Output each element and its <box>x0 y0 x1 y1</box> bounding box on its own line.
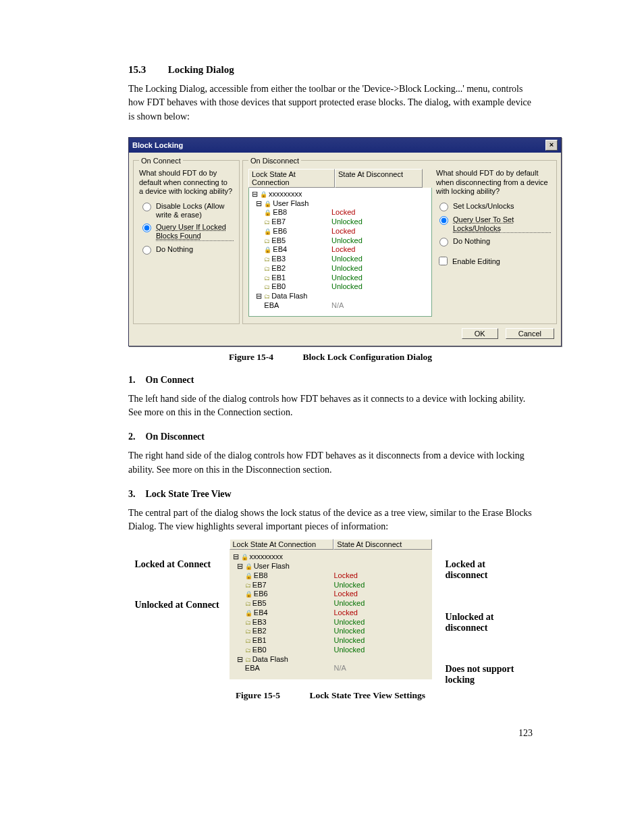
radio-label: Set Locks/Unlocks <box>453 202 514 211</box>
label-unlocked-at-disc: Unlocked at disconnect <box>446 612 520 633</box>
tree-row[interactable]: EB5Unlocked <box>252 236 429 246</box>
tree-root[interactable]: ⊟ xxxxxxxxx <box>252 190 429 199</box>
block-locking-dialog: Block Locking × On Connect What should F… <box>128 137 562 346</box>
section-title-text: Locking Dialog <box>168 64 234 75</box>
on-disconnect-option[interactable]: Do Nothing <box>436 237 551 246</box>
tree-row[interactable]: EB1Unlocked <box>233 636 429 646</box>
figure-2: Locked at Connect Unlocked at Connect Lo… <box>142 539 520 679</box>
fig2-tree-header: Lock State At Connection State At Discon… <box>230 539 432 550</box>
radio-input[interactable] <box>439 238 448 246</box>
on-connect-option[interactable]: Disable Locks (Allow write & erase) <box>139 202 234 219</box>
tree-row[interactable]: EB3Unlocked <box>252 255 429 264</box>
enable-editing-input[interactable] <box>439 257 448 265</box>
tree-row[interactable]: EB4Locked <box>252 245 429 255</box>
fig2-col2: State At Disconnect <box>333 539 431 550</box>
figure-1-text: Block Lock Configuration Dialog <box>302 352 432 362</box>
tree-userflash[interactable]: ⊟ User Flash <box>252 199 429 209</box>
sub-2-text: The right hand side of the dialog contro… <box>128 449 533 477</box>
on-connect-question: What should FDT do by default when conne… <box>139 169 234 197</box>
on-disconnect-group: On Disconnect Lock State At Connection S… <box>242 157 557 324</box>
radio-label: Query User To Set Locks/Unlocks <box>453 215 551 233</box>
on-disconnect-legend: On Disconnect <box>248 157 301 165</box>
on-connect-option[interactable]: Do Nothing <box>139 245 234 255</box>
figure-2-number: Figure 15-5 <box>236 690 280 700</box>
tree-row[interactable]: EB2Unlocked <box>252 264 429 273</box>
tree-header: Lock State At Connection State At Discon… <box>248 169 432 188</box>
radio-input[interactable] <box>142 246 151 255</box>
sub-2-heading: 2. On Disconnect <box>128 432 533 442</box>
label-unlocked-at-connect: Unlocked at Connect <box>135 600 219 610</box>
tree-row[interactable]: EB5Unlocked <box>233 599 429 608</box>
tree-row[interactable]: EB0Unlocked <box>252 282 429 292</box>
cancel-button[interactable]: Cancel <box>506 328 554 339</box>
dialog-title: Block Locking <box>132 141 183 149</box>
tree-row[interactable]: EB7Unlocked <box>252 217 429 227</box>
radio-label: Disable Locks (Allow write & erase) <box>156 202 234 219</box>
lock-tree[interactable]: ⊟ xxxxxxxxx ⊟ User Flash EB8Locked EB7Un… <box>248 188 432 317</box>
col-header-lockstate: Lock State At Connection <box>248 169 335 188</box>
label-locked-at-disc: Locked at disconnect <box>446 559 520 580</box>
close-icon[interactable]: × <box>545 140 558 151</box>
tree-dataflash[interactable]: ⊟ Data Flash <box>233 655 429 664</box>
enable-editing-label: Enable Editing <box>452 257 500 265</box>
tree-row[interactable]: EB0Unlocked <box>233 646 429 655</box>
on-connect-group: On Connect What should FDT do by default… <box>133 157 240 324</box>
sub-1-text: The left hand side of the dialog control… <box>128 392 533 420</box>
ok-button[interactable]: OK <box>462 328 498 339</box>
sub-3-text: The central part of the dialog shows the… <box>128 506 533 534</box>
sub-1-heading: 1. On Connect <box>128 375 533 386</box>
tree-row[interactable]: EB4Locked <box>233 608 429 618</box>
tree-row[interactable]: EB7Unlocked <box>233 581 429 590</box>
figure-1-caption: Figure 15-4 Block Lock Configuration Dia… <box>128 352 533 363</box>
on-connect-option[interactable]: Query User If Locked Blocks Found <box>139 223 234 240</box>
radio-label: Query User If Locked Blocks Found <box>156 223 234 240</box>
tree-row[interactable]: EB2Unlocked <box>233 627 429 636</box>
radio-input[interactable] <box>142 203 151 211</box>
intro-paragraph: The Locking Dialog, accessible from eith… <box>128 82 533 124</box>
tree-row[interactable]: EB3Unlocked <box>233 618 429 627</box>
on-disconnect-option[interactable]: Query User To Set Locks/Unlocks <box>436 215 551 233</box>
sub-3-heading: 3. Lock State Tree View <box>128 489 533 500</box>
tree-row[interactable]: EB6Locked <box>233 590 429 599</box>
tree-row[interactable]: EBAN/A <box>233 664 429 673</box>
tree-row[interactable]: EB1Unlocked <box>252 273 429 283</box>
section-number: 15.3 <box>128 64 165 76</box>
figure-2-caption: Figure 15-5 Lock State Tree View Setting… <box>128 690 533 701</box>
on-disconnect-option[interactable]: Set Locks/Unlocks <box>436 202 551 211</box>
col-header-disconnect: State At Disconnect <box>335 169 423 188</box>
tree-row[interactable]: EB6Locked <box>252 227 429 236</box>
tree-userflash[interactable]: ⊟ User Flash <box>233 562 429 571</box>
on-connect-legend: On Connect <box>139 157 183 165</box>
dialog-titlebar: Block Locking × <box>129 138 561 153</box>
tree-dataflash[interactable]: ⊟ Data Flash <box>252 292 429 301</box>
radio-input[interactable] <box>439 216 448 225</box>
page-number: 123 <box>128 728 533 739</box>
tree-row[interactable]: EBAN/A <box>252 301 429 311</box>
label-locked-at-connect: Locked at Connect <box>135 559 211 569</box>
radio-label: Do Nothing <box>156 245 193 254</box>
section-heading: 15.3 Locking Dialog <box>128 64 533 76</box>
fig2-tree: ⊟ xxxxxxxxx ⊟ User Flash EB8Locked EB7Un… <box>230 550 432 679</box>
enable-editing-checkbox[interactable]: Enable Editing <box>436 255 551 267</box>
figure-1-number: Figure 15-4 <box>229 352 273 362</box>
tree-row[interactable]: EB8Locked <box>252 208 429 217</box>
fig2-col1: Lock State At Connection <box>230 539 334 550</box>
label-no-support: Does not support locking <box>446 664 520 685</box>
radio-input[interactable] <box>439 203 448 211</box>
figure-2-text: Lock State Tree View Settings <box>309 690 425 700</box>
radio-label: Do Nothing <box>453 237 490 246</box>
on-disconnect-question: What should FDT do by default when disco… <box>436 169 551 197</box>
radio-input[interactable] <box>142 224 151 232</box>
tree-row[interactable]: EB8Locked <box>233 571 429 581</box>
tree-root[interactable]: ⊟ xxxxxxxxx <box>233 552 429 562</box>
